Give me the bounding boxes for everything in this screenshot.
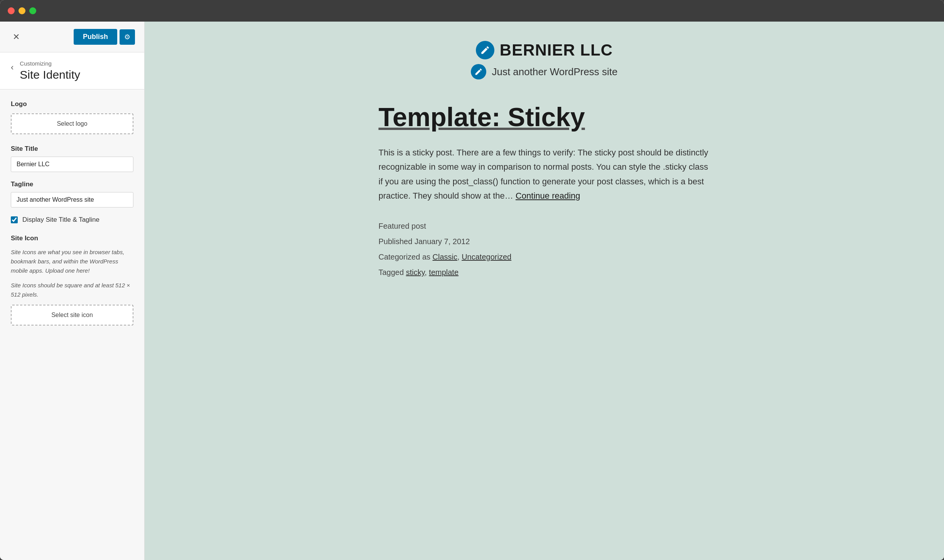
gear-button[interactable]: ⚙ (120, 29, 135, 45)
site-icon-desc1: Site Icons are what you see in browser t… (11, 248, 133, 275)
gear-icon: ⚙ (124, 33, 130, 41)
pencil-sm-icon (474, 67, 483, 76)
category1-link[interactable]: Classic (433, 253, 457, 261)
sidebar-top-bar: ✕ Publish ⚙ (0, 22, 144, 52)
sidebar: ✕ Publish ⚙ ‹ Customizing Site Identity (0, 22, 145, 560)
site-title-input[interactable] (11, 157, 133, 172)
preview-area: BERNIER LLC Just another WordPress site … (145, 22, 944, 560)
display-checkbox-label: Display Site Title & Tagline (22, 216, 99, 224)
site-header: BERNIER LLC Just another WordPress site (175, 41, 913, 79)
title-bar (0, 0, 944, 22)
close-button[interactable]: ✕ (9, 30, 23, 44)
window: ✕ Publish ⚙ ‹ Customizing Site Identity (0, 0, 944, 560)
sidebar-content: Logo Select logo Site Title Tagline Disp… (0, 89, 144, 560)
post-title: Template: Sticky (379, 103, 710, 132)
customizing-header: ‹ Customizing Site Identity (0, 52, 144, 89)
post-card: Template: Sticky This is a sticky post. … (379, 103, 710, 280)
post-meta: Featured post Published January 7, 2012 … (379, 218, 710, 280)
display-checkbox-row: Display Site Title & Tagline (11, 216, 133, 224)
customizing-nav: ‹ Customizing Site Identity (11, 60, 133, 81)
site-icon-desc2: Site Icons should be square and at least… (11, 281, 133, 299)
categorized-label: Categorized as (379, 253, 431, 261)
minimize-traffic-light[interactable] (19, 7, 25, 14)
continue-reading-link[interactable]: Continue reading (516, 191, 580, 201)
display-checkbox[interactable] (11, 216, 18, 223)
customizing-text: Customizing Site Identity (20, 60, 80, 81)
site-icon-size-note: Site Icons should be square and at least… (11, 282, 130, 298)
tagged-row: Tagged sticky, template (379, 265, 710, 280)
customizing-title: Site Identity (20, 68, 80, 81)
traffic-lights (8, 7, 36, 14)
tagline-edit-icon[interactable] (471, 64, 486, 79)
published-date: Published January 7, 2012 (379, 234, 710, 249)
site-title-preview: BERNIER LLC (500, 41, 613, 59)
select-logo-button[interactable]: Select logo (11, 113, 133, 134)
site-title-label: Site Title (11, 145, 133, 153)
maximize-traffic-light[interactable] (29, 7, 36, 14)
main-area: ✕ Publish ⚙ ‹ Customizing Site Identity (0, 22, 944, 560)
site-icon-label: Site Icon (11, 234, 133, 242)
tagged-label: Tagged (379, 268, 404, 277)
site-title-row: BERNIER LLC (175, 41, 913, 59)
featured-post-label: Featured post (379, 218, 710, 234)
publish-area: Publish ⚙ (74, 29, 135, 45)
tagline-input[interactable] (11, 192, 133, 207)
publish-button[interactable]: Publish (74, 29, 117, 45)
tagline-preview: Just another WordPress site (492, 66, 617, 78)
tagline-label: Tagline (11, 180, 133, 188)
back-button[interactable]: ‹ (11, 62, 13, 73)
tag1-link[interactable]: sticky (406, 268, 425, 277)
select-site-icon-button[interactable]: Select site icon (11, 305, 133, 326)
category2-link[interactable]: Uncategorized (462, 253, 511, 261)
close-traffic-light[interactable] (8, 7, 15, 14)
tagline-row: Just another WordPress site (175, 64, 913, 79)
categorized-row: Categorized as Classic, Uncategorized (379, 249, 710, 265)
site-title-edit-icon[interactable] (476, 41, 494, 59)
logo-section-label: Logo (11, 100, 133, 108)
customizing-label: Customizing (20, 60, 80, 67)
post-body: This is a sticky post. There are a few t… (379, 145, 710, 203)
tag2-link[interactable]: template (429, 268, 459, 277)
pencil-icon (480, 45, 490, 55)
